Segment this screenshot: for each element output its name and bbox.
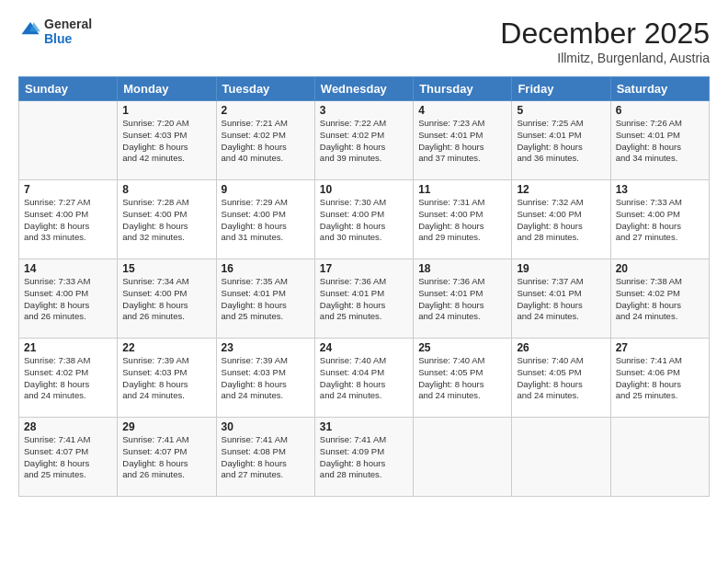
calendar-cell: 2Sunrise: 7:21 AMSunset: 4:02 PMDaylight… [216, 101, 314, 180]
day-info: Sunrise: 7:27 AMSunset: 4:00 PMDaylight:… [24, 197, 112, 244]
day-number: 30 [222, 420, 310, 433]
day-number: 1 [122, 104, 210, 117]
calendar-week-3: 14Sunrise: 7:33 AMSunset: 4:00 PMDayligh… [19, 259, 710, 339]
calendar-cell: 10Sunrise: 7:30 AMSunset: 4:00 PMDayligh… [314, 180, 413, 259]
calendar-cell: 1Sunrise: 7:20 AMSunset: 4:03 PMDaylight… [118, 101, 216, 180]
day-number: 7 [24, 183, 112, 196]
calendar-cell: 16Sunrise: 7:35 AMSunset: 4:01 PMDayligh… [216, 259, 314, 339]
day-info: Sunrise: 7:40 AMSunset: 4:05 PMDaylight:… [517, 355, 605, 402]
calendar-cell [512, 418, 610, 497]
day-info: Sunrise: 7:36 AMSunset: 4:01 PMDaylight:… [320, 276, 408, 323]
calendar-cell: 13Sunrise: 7:33 AMSunset: 4:00 PMDayligh… [610, 180, 709, 259]
day-info: Sunrise: 7:21 AMSunset: 4:02 PMDaylight:… [222, 118, 310, 165]
day-info: Sunrise: 7:28 AMSunset: 4:00 PMDaylight:… [122, 197, 210, 244]
day-info: Sunrise: 7:31 AMSunset: 4:00 PMDaylight:… [418, 197, 506, 244]
day-info: Sunrise: 7:41 AMSunset: 4:07 PMDaylight:… [122, 434, 210, 481]
calendar-cell: 19Sunrise: 7:37 AMSunset: 4:01 PMDayligh… [512, 259, 610, 339]
title-block: December 2025 Illmitz, Burgenland, Austr… [500, 17, 710, 65]
day-info: Sunrise: 7:41 AMSunset: 4:09 PMDaylight:… [320, 434, 408, 481]
day-number: 9 [222, 183, 310, 196]
month-title: December 2025 [500, 17, 710, 51]
day-info: Sunrise: 7:36 AMSunset: 4:01 PMDaylight:… [418, 276, 506, 323]
calendar-cell: 7Sunrise: 7:27 AMSunset: 4:00 PMDaylight… [19, 180, 118, 259]
day-info: Sunrise: 7:35 AMSunset: 4:01 PMDaylight:… [222, 276, 310, 323]
day-number: 31 [320, 420, 408, 433]
day-info: Sunrise: 7:32 AMSunset: 4:00 PMDaylight:… [517, 197, 605, 244]
day-number: 2 [222, 104, 310, 117]
day-number: 18 [418, 262, 506, 275]
day-number: 14 [24, 262, 112, 275]
logo-icon [20, 19, 40, 40]
calendar: SundayMondayTuesdayWednesdayThursdayFrid… [18, 76, 710, 497]
day-number: 6 [616, 104, 704, 117]
calendar-cell: 30Sunrise: 7:41 AMSunset: 4:08 PMDayligh… [216, 418, 314, 497]
day-number: 10 [320, 183, 408, 196]
calendar-cell: 25Sunrise: 7:40 AMSunset: 4:05 PMDayligh… [414, 339, 512, 418]
header: General Blue December 2025 Illmitz, Burg… [18, 17, 710, 65]
day-number: 3 [320, 104, 408, 117]
calendar-week-5: 28Sunrise: 7:41 AMSunset: 4:07 PMDayligh… [19, 418, 710, 497]
day-info: Sunrise: 7:38 AMSunset: 4:02 PMDaylight:… [616, 276, 704, 323]
day-number: 12 [517, 183, 605, 196]
day-info: Sunrise: 7:39 AMSunset: 4:03 PMDaylight:… [222, 355, 310, 402]
calendar-cell: 29Sunrise: 7:41 AMSunset: 4:07 PMDayligh… [118, 418, 216, 497]
logo-blue: Blue [44, 31, 92, 46]
day-number: 21 [24, 341, 112, 354]
day-number: 20 [616, 262, 704, 275]
calendar-cell: 6Sunrise: 7:26 AMSunset: 4:01 PMDaylight… [610, 101, 709, 180]
day-number: 28 [24, 420, 112, 433]
day-number: 13 [616, 183, 704, 196]
calendar-cell: 21Sunrise: 7:38 AMSunset: 4:02 PMDayligh… [19, 339, 118, 418]
day-number: 19 [517, 262, 605, 275]
calendar-cell: 31Sunrise: 7:41 AMSunset: 4:09 PMDayligh… [314, 418, 413, 497]
day-number: 8 [122, 183, 210, 196]
calendar-cell: 4Sunrise: 7:23 AMSunset: 4:01 PMDaylight… [414, 101, 512, 180]
calendar-cell: 24Sunrise: 7:40 AMSunset: 4:04 PMDayligh… [314, 339, 413, 418]
calendar-week-4: 21Sunrise: 7:38 AMSunset: 4:02 PMDayligh… [19, 339, 710, 418]
day-info: Sunrise: 7:26 AMSunset: 4:01 PMDaylight:… [616, 118, 704, 165]
calendar-cell: 28Sunrise: 7:41 AMSunset: 4:07 PMDayligh… [19, 418, 118, 497]
day-info: Sunrise: 7:33 AMSunset: 4:00 PMDaylight:… [616, 197, 704, 244]
day-number: 17 [320, 262, 408, 275]
calendar-cell: 15Sunrise: 7:34 AMSunset: 4:00 PMDayligh… [118, 259, 216, 339]
calendar-cell [610, 418, 709, 497]
calendar-cell [414, 418, 512, 497]
calendar-cell: 17Sunrise: 7:36 AMSunset: 4:01 PMDayligh… [314, 259, 413, 339]
calendar-cell: 27Sunrise: 7:41 AMSunset: 4:06 PMDayligh… [610, 339, 709, 418]
day-info: Sunrise: 7:40 AMSunset: 4:05 PMDaylight:… [418, 355, 506, 402]
weekday-header-wednesday: Wednesday [314, 77, 413, 101]
calendar-week-1: 1Sunrise: 7:20 AMSunset: 4:03 PMDaylight… [19, 101, 710, 180]
calendar-cell: 5Sunrise: 7:25 AMSunset: 4:01 PMDaylight… [512, 101, 610, 180]
day-number: 11 [418, 183, 506, 196]
weekday-header-row: SundayMondayTuesdayWednesdayThursdayFrid… [19, 77, 710, 101]
day-number: 5 [517, 104, 605, 117]
day-info: Sunrise: 7:29 AMSunset: 4:00 PMDaylight:… [222, 197, 310, 244]
day-number: 26 [517, 341, 605, 354]
calendar-cell: 18Sunrise: 7:36 AMSunset: 4:01 PMDayligh… [414, 259, 512, 339]
weekday-header-thursday: Thursday [414, 77, 512, 101]
calendar-cell: 20Sunrise: 7:38 AMSunset: 4:02 PMDayligh… [610, 259, 709, 339]
day-info: Sunrise: 7:40 AMSunset: 4:04 PMDaylight:… [320, 355, 408, 402]
day-info: Sunrise: 7:23 AMSunset: 4:01 PMDaylight:… [418, 118, 506, 165]
calendar-cell: 14Sunrise: 7:33 AMSunset: 4:00 PMDayligh… [19, 259, 118, 339]
location: Illmitz, Burgenland, Austria [500, 51, 710, 65]
calendar-cell: 3Sunrise: 7:22 AMSunset: 4:02 PMDaylight… [314, 101, 413, 180]
calendar-cell: 12Sunrise: 7:32 AMSunset: 4:00 PMDayligh… [512, 180, 610, 259]
calendar-week-2: 7Sunrise: 7:27 AMSunset: 4:00 PMDaylight… [19, 180, 710, 259]
weekday-header-saturday: Saturday [610, 77, 709, 101]
calendar-cell: 8Sunrise: 7:28 AMSunset: 4:00 PMDaylight… [118, 180, 216, 259]
day-info: Sunrise: 7:38 AMSunset: 4:02 PMDaylight:… [24, 355, 112, 402]
day-number: 4 [418, 104, 506, 117]
calendar-cell: 26Sunrise: 7:40 AMSunset: 4:05 PMDayligh… [512, 339, 610, 418]
calendar-cell [19, 101, 118, 180]
weekday-header-friday: Friday [512, 77, 610, 101]
day-number: 27 [616, 341, 704, 354]
day-info: Sunrise: 7:34 AMSunset: 4:00 PMDaylight:… [122, 276, 210, 323]
day-info: Sunrise: 7:37 AMSunset: 4:01 PMDaylight:… [517, 276, 605, 323]
day-number: 16 [222, 262, 310, 275]
logo: General Blue [18, 17, 92, 46]
day-number: 15 [122, 262, 210, 275]
day-info: Sunrise: 7:20 AMSunset: 4:03 PMDaylight:… [122, 118, 210, 165]
day-number: 24 [320, 341, 408, 354]
day-number: 25 [418, 341, 506, 354]
